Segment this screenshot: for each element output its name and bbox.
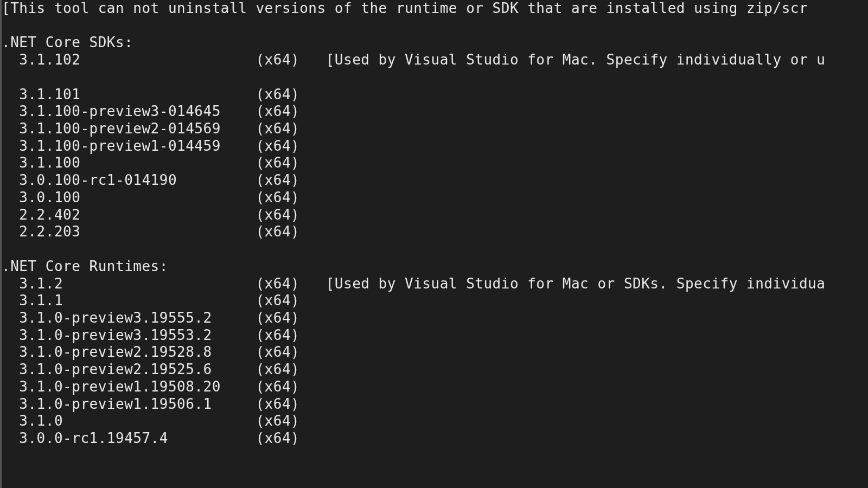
- sdk-item: 3.1.100 (x64): [2, 155, 868, 172]
- runtime-item: 3.1.2 (x64) [Used by Visual Studio for M…: [2, 275, 868, 293]
- sdk-item: 3.0.100-rc1-014190 (x64): [2, 172, 868, 189]
- sdk-item: 3.1.100-preview1-014459 (x64): [2, 138, 868, 155]
- runtime-item: 3.1.0-preview2.19525.6 (x64): [2, 361, 868, 378]
- runtime-item: 3.0.0-rc1.19457.4 (x64): [2, 430, 868, 447]
- blank-line: [2, 241, 868, 258]
- tool-warning-note: [This tool can not uninstall versions of…: [2, 0, 868, 17]
- runtime-item: 3.1.0-preview2.19528.8 (x64): [2, 344, 868, 361]
- sdk-item: 3.1.102 (x64) [Used by Visual Studio for…: [2, 52, 868, 69]
- runtime-item: 3.1.0-preview1.19508.20 (x64): [2, 378, 868, 396]
- blank-line: [2, 69, 868, 86]
- sdks-section-title: .NET Core SDKs:: [2, 34, 868, 52]
- blank-line: [2, 17, 868, 35]
- sdk-item: 3.1.100-preview3-014645 (x64): [2, 103, 868, 120]
- runtime-item: 3.1.0-preview3.19553.2 (x64): [2, 327, 868, 344]
- sdk-item: 3.1.101 (x64): [2, 86, 868, 104]
- sdk-item: 3.1.100-preview2-014569 (x64): [2, 120, 868, 138]
- runtimes-section-title: .NET Core Runtimes:: [2, 258, 868, 275]
- runtime-item: 3.1.1 (x64): [2, 292, 868, 310]
- runtime-item: 3.1.0-preview3.19555.2 (x64): [2, 310, 868, 327]
- runtime-item: 3.1.0-preview1.19506.1 (x64): [2, 396, 868, 413]
- sdk-item: 3.0.100 (x64): [2, 189, 868, 207]
- runtime-item: 3.1.0 (x64): [2, 413, 868, 430]
- sdk-item: 2.2.203 (x64): [2, 223, 868, 241]
- terminal-output: [This tool can not uninstall versions of…: [2, 0, 868, 447]
- sdk-item: 2.2.402 (x64): [2, 207, 868, 224]
